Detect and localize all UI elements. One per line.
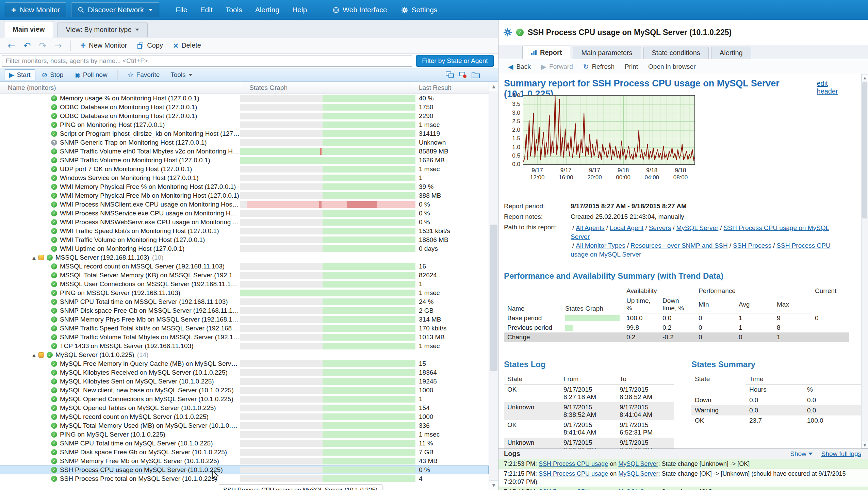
table-row[interactable]: ▲ SNMP Traffic Volume Total Mbytes on MS… bbox=[0, 333, 489, 342]
table-row[interactable]: ▲ MySQL New client, new base on MySQL Se… bbox=[0, 386, 489, 395]
scroll-up-icon[interactable]: ▲ bbox=[862, 74, 868, 81]
discover-network-button[interactable]: Discover Network bbox=[71, 2, 159, 17]
table-row[interactable]: ▲ WMI Uptime on Monitoring Host (127.0.0… bbox=[0, 244, 489, 253]
print-button[interactable]: Print bbox=[625, 63, 638, 70]
path-link[interactable]: All Monitor Types bbox=[576, 242, 625, 249]
table-row[interactable]: ▲ MySQL Opened Tables on MySQL Server (1… bbox=[0, 404, 489, 412]
table-row[interactable]: ▲ Memory usage % on Monitoring Host (127… bbox=[0, 94, 489, 103]
log-monitor-link[interactable]: SSH Process CPU usage bbox=[539, 470, 608, 477]
path-link[interactable]: SSH Process bbox=[733, 242, 771, 249]
right-scrollbar[interactable]: ▲ ▼ bbox=[861, 74, 868, 448]
open-in-browser-button[interactable]: Open in browser bbox=[648, 63, 695, 70]
scroll-down-icon[interactable]: ▼ bbox=[489, 480, 498, 490]
table-row[interactable]: ▲ SNMP CPU Total time on MSSQL Server (1… bbox=[0, 297, 489, 306]
table-row[interactable]: ▲ WMI Process NMSClient.exe CPU usage on… bbox=[0, 200, 489, 209]
table-row[interactable]: ▲ WMI Traffic Volume on Monitoring Host … bbox=[0, 235, 489, 244]
scrollbar-thumb[interactable] bbox=[490, 225, 497, 371]
table-row[interactable]: ▲ SNMP Memory Free Mb on MySQL Server (1… bbox=[0, 457, 489, 466]
table-row[interactable]: ▲ ODBC Database on Monitoring Host (127.… bbox=[0, 103, 489, 112]
table-row[interactable]: ▲ WMI Traffic Speed kbit/s on Monitoring… bbox=[0, 227, 489, 235]
menu-edit[interactable]: Edit bbox=[194, 0, 219, 20]
scrollbar-thumb[interactable] bbox=[862, 82, 867, 218]
tab-report[interactable]: Report bbox=[522, 46, 570, 59]
table-row[interactable]: ▲ WMI Memory Physical Free Mb on Monitor… bbox=[0, 191, 489, 200]
filter-input[interactable] bbox=[2, 55, 412, 67]
path-link[interactable]: All Agents bbox=[576, 224, 605, 231]
table-row[interactable]: ▲ SNMP Traffic Speed Total kbit/s on MSS… bbox=[0, 324, 489, 333]
table-row[interactable]: ▲ ODBC Database on Monitoring Host (127.… bbox=[0, 112, 489, 120]
path-link[interactable]: Local Agent bbox=[610, 224, 643, 231]
table-row[interactable]: ▲ MySQL Kilobytes Sent on MySQL Server (… bbox=[0, 377, 489, 386]
column-header-last-result[interactable]: Last Result bbox=[416, 82, 498, 94]
table-row[interactable]: ▲ PING on MySQL Server (10.1.0.225) 1 ms… bbox=[0, 430, 489, 439]
table-row[interactable]: ▲ SSH Process CPU usage on MySQL Server … bbox=[0, 466, 489, 474]
log-host-link[interactable]: MySQL Server bbox=[618, 460, 658, 467]
delete-button[interactable]: × Delete bbox=[169, 41, 205, 50]
tab-main-view[interactable]: Main view bbox=[4, 21, 53, 37]
stop-button[interactable]: ⊘ Stop bbox=[37, 70, 68, 80]
table-row[interactable]: ▲ MSSQL Total Server Memory (KB) on MSSQ… bbox=[0, 271, 489, 280]
table-row[interactable]: ▲ MySQL Opened Connections on MySQL Serv… bbox=[0, 395, 489, 404]
log-monitor-link[interactable]: SSH Process CPU usage bbox=[539, 460, 608, 467]
table-row[interactable]: ▲ WMI Process NMSService.exe CPU usage o… bbox=[0, 209, 489, 218]
table-row[interactable]: ▲ SNMP Disk space Free Gb on MySQL Serve… bbox=[0, 448, 489, 457]
table-row[interactable]: ▲ MySQL Server (10.1.0.225) (14) bbox=[0, 350, 489, 359]
table-row[interactable]: ▲ WMI Memory Physical Free % on Monitori… bbox=[0, 182, 489, 191]
filter-by-state-button[interactable]: Filter by State or Agent bbox=[416, 55, 494, 67]
tab-main-parameters[interactable]: Main parameters bbox=[573, 47, 641, 59]
forward-arrow-icon[interactable]: → bbox=[51, 40, 65, 51]
tab-view-by-monitor-type[interactable]: View: By monitor type bbox=[57, 22, 147, 37]
redo-arrow-icon[interactable]: ↷ bbox=[36, 40, 50, 51]
table-row[interactable]: ▲ SNMP CPU Total time on MySQL Server (1… bbox=[0, 439, 489, 448]
refresh-button[interactable]: ↻ Refresh bbox=[583, 63, 615, 71]
copy-button[interactable]: Copy bbox=[133, 42, 167, 49]
web-interface-button[interactable]: Web Interface bbox=[327, 0, 392, 20]
scroll-down-icon[interactable]: ▼ bbox=[862, 442, 868, 448]
table-row[interactable]: ▲ MySQL Free Memory in Query Cache (MB) … bbox=[0, 359, 489, 368]
log-monitor-link[interactable]: SSH Process CPU usage bbox=[539, 488, 608, 490]
tools-dropdown[interactable]: Tools bbox=[166, 70, 197, 80]
table-row[interactable]: ▲ MySQL Kilobytes Received on MySQL Serv… bbox=[0, 368, 489, 377]
expand-arrow-icon[interactable]: ▲ bbox=[32, 353, 36, 358]
menu-help[interactable]: Help bbox=[286, 0, 313, 20]
table-row[interactable]: ▲ SSH Process Proc total on MySQL Server… bbox=[0, 474, 489, 483]
table-row[interactable]: ▲ Script or Program iphost_dirsize_kb on… bbox=[0, 129, 489, 138]
expand-arrow-icon[interactable]: ▲ bbox=[32, 255, 36, 260]
menu-tools[interactable]: Tools bbox=[219, 0, 249, 20]
path-link[interactable]: Resources - over SNMP and SSH bbox=[630, 242, 728, 249]
table-row[interactable]: ▲ MySQL Total Memory Used (MB) on MySQL … bbox=[0, 421, 489, 430]
log-host-link[interactable]: MySQL Server bbox=[618, 488, 658, 490]
table-row[interactable]: ▲ WMI Process NMSWebServr.exe CPU usage … bbox=[0, 218, 489, 227]
tab-alerting[interactable]: Alerting bbox=[711, 47, 751, 59]
show-full-logs-link[interactable]: Show full logs bbox=[821, 450, 861, 458]
table-row[interactable]: ▲ MSSQL User Connections on MSSQL Server… bbox=[0, 280, 489, 289]
log-entry[interactable]: 7:21:15 PM: SSH Process CPU usage on MyS… bbox=[498, 469, 868, 487]
table-row[interactable]: ▲ SNMP Generic Trap on Monitoring Host (… bbox=[0, 138, 489, 147]
tab-state-conditions[interactable]: State conditions bbox=[643, 47, 709, 59]
menu-alerting[interactable]: Alerting bbox=[249, 0, 286, 20]
scroll-up-icon[interactable]: ▲ bbox=[489, 82, 498, 91]
new-monitor-top-button[interactable]: + New Monitor bbox=[5, 2, 66, 17]
edit-header-link[interactable]: edit header bbox=[817, 80, 849, 95]
start-button[interactable]: ▶ Start bbox=[4, 69, 35, 80]
left-scrollbar[interactable]: ▲ ▼ bbox=[489, 82, 498, 490]
log-entry[interactable]: 7:21:53 PM: SSH Process CPU usage on MyS… bbox=[498, 459, 868, 469]
table-row[interactable]: ▲ MSSQL record count on MSSQL Server (19… bbox=[0, 262, 489, 271]
forward-button[interactable]: ▶ Forward bbox=[541, 63, 573, 71]
network-agent-icon[interactable] bbox=[459, 71, 467, 78]
new-monitor-button[interactable]: + New Monitor bbox=[76, 41, 131, 50]
show-dropdown[interactable]: Show bbox=[790, 450, 813, 458]
log-host-link[interactable]: MySQL Server bbox=[618, 470, 658, 477]
settings-button[interactable]: Settings bbox=[396, 0, 443, 20]
path-link[interactable]: MySQL Server bbox=[676, 224, 718, 231]
menu-file[interactable]: File bbox=[169, 0, 194, 20]
column-header-states-graph[interactable]: States Graph bbox=[240, 82, 416, 94]
table-row[interactable]: ▲ PING on Monitoring Host (127.0.0.1) 1 … bbox=[0, 120, 489, 129]
log-entry[interactable]: 7:17:40 PM: SSH Process CPU usage on MyS… bbox=[498, 487, 868, 490]
undo-arrow-icon[interactable]: ↶ bbox=[20, 40, 34, 51]
path-link[interactable]: Servers bbox=[649, 224, 671, 231]
favorite-button[interactable]: ☆ Favorite bbox=[123, 70, 164, 80]
table-row[interactable]: ▲ MySQL record count on MySQL Server (10… bbox=[0, 412, 489, 421]
folder-icon[interactable] bbox=[472, 71, 480, 78]
table-row[interactable]: ▲ PING on MSSQL Server (192.168.11.103) … bbox=[0, 289, 489, 297]
